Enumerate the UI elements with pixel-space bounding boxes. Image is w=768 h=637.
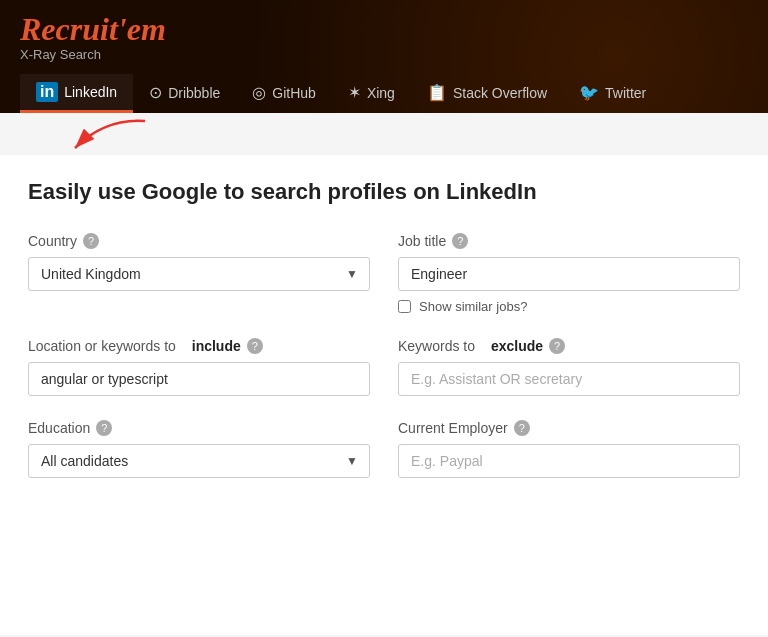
dribbble-icon: ⊙ [149, 83, 162, 102]
include-label: Location or keywords to include ? [28, 338, 370, 354]
exclude-label: Keywords to exclude ? [398, 338, 740, 354]
include-input[interactable] [28, 362, 370, 396]
logo: Recruit'em [20, 12, 748, 47]
exclude-help-icon[interactable]: ? [549, 338, 565, 354]
include-group: Location or keywords to include ? [28, 338, 370, 396]
main-content: Easily use Google to search profiles on … [0, 155, 768, 635]
employer-input[interactable] [398, 444, 740, 478]
nav-tabs: in LinkedIn ⊙ Dribbble ◎ GitHub ✶ Xing 📋… [20, 74, 748, 113]
country-help-icon[interactable]: ? [83, 233, 99, 249]
arrow-annotation [0, 113, 768, 155]
country-group: Country ? United Kingdom United States C… [28, 233, 370, 314]
education-select-wrapper: All candidates High School Bachelor's De… [28, 444, 370, 478]
show-similar-jobs-label[interactable]: Show similar jobs? [419, 299, 527, 314]
show-similar-jobs-checkbox[interactable] [398, 300, 411, 313]
tab-github[interactable]: ◎ GitHub [236, 75, 332, 113]
stackoverflow-icon: 📋 [427, 83, 447, 102]
form-row-3: Education ? All candidates High School B… [28, 420, 740, 478]
education-select[interactable]: All candidates High School Bachelor's De… [28, 444, 370, 478]
include-help-icon[interactable]: ? [247, 338, 263, 354]
form-row-1: Country ? United Kingdom United States C… [28, 233, 740, 314]
show-similar-jobs-row: Show similar jobs? [398, 299, 740, 314]
exclude-input[interactable] [398, 362, 740, 396]
education-help-icon[interactable]: ? [96, 420, 112, 436]
twitter-icon: 🐦 [579, 83, 599, 102]
country-label: Country ? [28, 233, 370, 249]
page-title: Easily use Google to search profiles on … [28, 179, 740, 205]
red-arrow-icon [55, 113, 175, 155]
job-title-input[interactable] [398, 257, 740, 291]
job-title-help-icon[interactable]: ? [452, 233, 468, 249]
linkedin-icon: in [36, 82, 58, 102]
country-select-wrapper: United Kingdom United States Canada Aust… [28, 257, 370, 291]
exclude-group: Keywords to exclude ? [398, 338, 740, 396]
tab-xing[interactable]: ✶ Xing [332, 75, 411, 113]
tab-linkedin[interactable]: in LinkedIn [20, 74, 133, 113]
education-label: Education ? [28, 420, 370, 436]
employer-label: Current Employer ? [398, 420, 740, 436]
country-select[interactable]: United Kingdom United States Canada Aust… [28, 257, 370, 291]
tagline: X-Ray Search [20, 47, 748, 62]
tab-twitter[interactable]: 🐦 Twitter [563, 75, 662, 113]
xing-icon: ✶ [348, 83, 361, 102]
header: Recruit'em X-Ray Search in LinkedIn ⊙ Dr… [0, 0, 768, 113]
form-row-2: Location or keywords to include ? Keywor… [28, 338, 740, 396]
education-group: Education ? All candidates High School B… [28, 420, 370, 478]
github-icon: ◎ [252, 83, 266, 102]
tab-stackoverflow[interactable]: 📋 Stack Overflow [411, 75, 563, 113]
employer-help-icon[interactable]: ? [514, 420, 530, 436]
job-title-label: Job title ? [398, 233, 740, 249]
employer-group: Current Employer ? [398, 420, 740, 478]
job-title-group: Job title ? Show similar jobs? [398, 233, 740, 314]
tab-dribbble[interactable]: ⊙ Dribbble [133, 75, 236, 113]
